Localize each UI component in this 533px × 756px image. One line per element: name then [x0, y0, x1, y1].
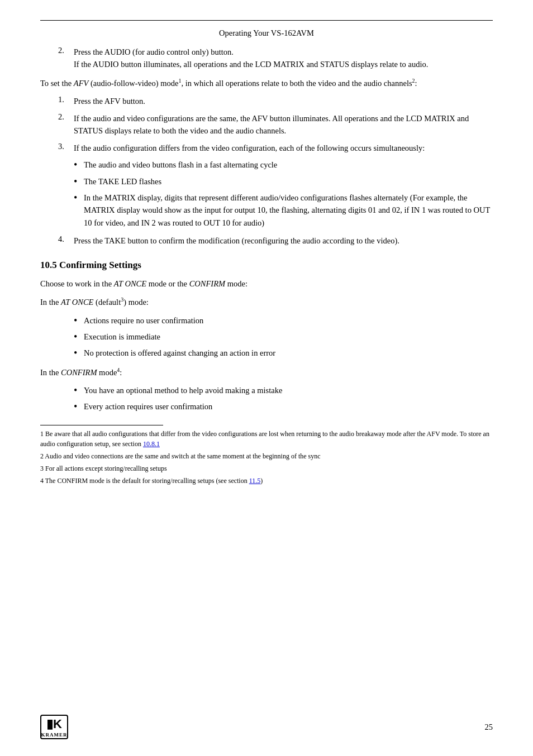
- at-once-text-3: No protection is offered against changin…: [84, 347, 493, 359]
- bullet-text-2: The TAKE LED flashes: [84, 175, 493, 188]
- confirm-mode-intro: In the CONFIRM mode4:: [40, 366, 493, 379]
- at-once-dot-1: •: [74, 314, 84, 327]
- confirm-text-1: You have an optional method to help avoi…: [84, 384, 493, 396]
- confirm-bullets: • You have an optional method to help av…: [74, 384, 493, 414]
- confirm-dot-2: •: [74, 400, 84, 413]
- at-once-mode-intro: In the AT ONCE (default3) mode:: [40, 295, 493, 308]
- step2-num: 2.: [58, 46, 74, 71]
- afv-step3-num: 3.: [58, 142, 74, 154]
- step3-bullets: • The audio and video buttons flash in a…: [74, 159, 493, 229]
- confirm-italic-1: CONFIRM: [189, 279, 225, 288]
- logo-inner: ▮K KRAMER: [41, 717, 68, 738]
- at-once-intro: Choose to work in the AT ONCE mode or th…: [40, 277, 493, 290]
- step4-block: 4. Press the TAKE button to confirm the …: [58, 235, 493, 247]
- step4-item: 4. Press the TAKE button to confirm the …: [58, 235, 493, 247]
- step4-text: Press the TAKE button to confirm the mod…: [74, 235, 493, 247]
- afv-step1-num: 1.: [58, 95, 74, 107]
- confirm-block-pre: In the: [40, 368, 61, 377]
- at-once-text-2: Execution is immediate: [84, 331, 493, 343]
- at-once-bullet-3: • No protection is offered against chang…: [74, 347, 493, 360]
- at-once-block-pre: In the: [40, 298, 61, 307]
- confirm-bullet-1: • You have an optional method to help av…: [74, 384, 493, 397]
- at-once-bullet-1: • Actions require no user confirmation: [74, 314, 493, 327]
- afv-step3: 3. If the audio configuration differs fr…: [58, 142, 493, 154]
- at-once-end: mode:: [225, 279, 248, 288]
- afv-mid: (audio-follow-video) mode: [88, 79, 178, 88]
- confirm-block-end: :: [120, 368, 122, 377]
- step2-audio-item: 2. Press the AUDIO (for audio control on…: [58, 46, 493, 71]
- afv-colon: :: [415, 79, 417, 88]
- kramer-logo: ▮K KRAMER: [40, 715, 68, 739]
- at-once-text-1: Actions require no user confirmation: [84, 314, 493, 327]
- footnote-1-link[interactable]: 10.8.1: [143, 440, 160, 448]
- at-once-dot-3: •: [74, 347, 84, 360]
- at-once-dot-2: •: [74, 331, 84, 343]
- at-once-block-end: ) mode:: [123, 298, 149, 307]
- confirm-bullet-2: • Every action requires user confirmatio…: [74, 400, 493, 413]
- footnote-4: 4 The CONFIRM mode is the default for st…: [40, 476, 493, 486]
- bullet-dot-2: •: [74, 175, 84, 188]
- footnote-rule: [40, 425, 163, 425]
- footnotes-block: 1 Be aware that all audio configurations…: [40, 429, 493, 486]
- afv-step3-text: If the audio configuration differs from …: [74, 142, 493, 154]
- step4-num: 4.: [58, 235, 74, 247]
- page-title: Operating Your VS-162AVM: [40, 28, 493, 38]
- afv-intro-paragraph: To set the AFV (audio-follow-video) mode…: [40, 76, 493, 89]
- confirm-text-2: Every action requires user confirmation: [84, 400, 493, 413]
- header-rule: [40, 20, 493, 21]
- bullet-item-2: • The TAKE LED flashes: [74, 175, 493, 188]
- page-footer: ▮K KRAMER 25: [0, 715, 533, 739]
- logo-k-letter: ▮K: [46, 717, 62, 731]
- bullet-text-3: In the MATRIX display, digits that repre…: [84, 192, 493, 229]
- at-once-intro-pre: Choose to work in the: [40, 279, 114, 288]
- afv-steps-block: 1. Press the AFV button. 2. If the audio…: [58, 95, 493, 154]
- footnote-3: 3 For all actions except storing/recalli…: [40, 463, 493, 473]
- afv-step2: 2. If the audio and video configurations…: [58, 112, 493, 137]
- logo-label: KRAMER: [41, 732, 68, 738]
- page: Operating Your VS-162AVM 2. Press the AU…: [0, 0, 533, 756]
- step2-audio-block: 2. Press the AUDIO (for audio control on…: [58, 46, 493, 71]
- afv-end: , in which all operations relate to both…: [181, 79, 412, 88]
- at-once-mid: mode or the: [146, 279, 189, 288]
- afv-intro-text: To set the: [40, 79, 74, 88]
- afv-step2-text: If the audio and video configurations ar…: [74, 112, 493, 137]
- bullet-item-3: • In the MATRIX display, digits that rep…: [74, 192, 493, 229]
- bullet-item-1: • The audio and video buttons flash in a…: [74, 159, 493, 171]
- step2-line1: Press the AUDIO (for audio control only)…: [74, 46, 493, 58]
- page-number: 25: [485, 722, 493, 732]
- confirm-dot-1: •: [74, 384, 84, 397]
- bullet-text-1: The audio and video buttons flash in a f…: [84, 159, 493, 171]
- afv-step1: 1. Press the AFV button.: [58, 95, 493, 107]
- confirm-block-mid: mode: [97, 368, 117, 377]
- footnote-1: 1 Be aware that all audio configurations…: [40, 429, 493, 449]
- at-once-italic-1: AT ONCE: [114, 279, 146, 288]
- afv-italic: AFV: [74, 79, 89, 88]
- bullet-dot-1: •: [74, 159, 84, 171]
- step2-audio-text: Press the AUDIO (for audio control only)…: [74, 46, 493, 71]
- bullet-dot-3: •: [74, 192, 84, 204]
- section-10-5-heading: 10.5 Confirming Settings: [40, 260, 493, 271]
- at-once-italic-2: AT ONCE: [61, 298, 93, 307]
- at-once-block-mid: (default: [93, 298, 121, 307]
- afv-step1-text: Press the AFV button.: [74, 95, 493, 107]
- confirm-italic-2: CONFIRM: [61, 368, 97, 377]
- afv-step2-num: 2.: [58, 112, 74, 137]
- step2-line2: If the AUDIO button illuminates, all ope…: [74, 58, 493, 70]
- at-once-bullet-2: • Execution is immediate: [74, 331, 493, 343]
- at-once-bullets: • Actions require no user confirmation •…: [74, 314, 493, 360]
- footnote-2: 2 Audio and video connections are the sa…: [40, 451, 493, 461]
- footnote-4-link[interactable]: 11.5: [249, 477, 261, 485]
